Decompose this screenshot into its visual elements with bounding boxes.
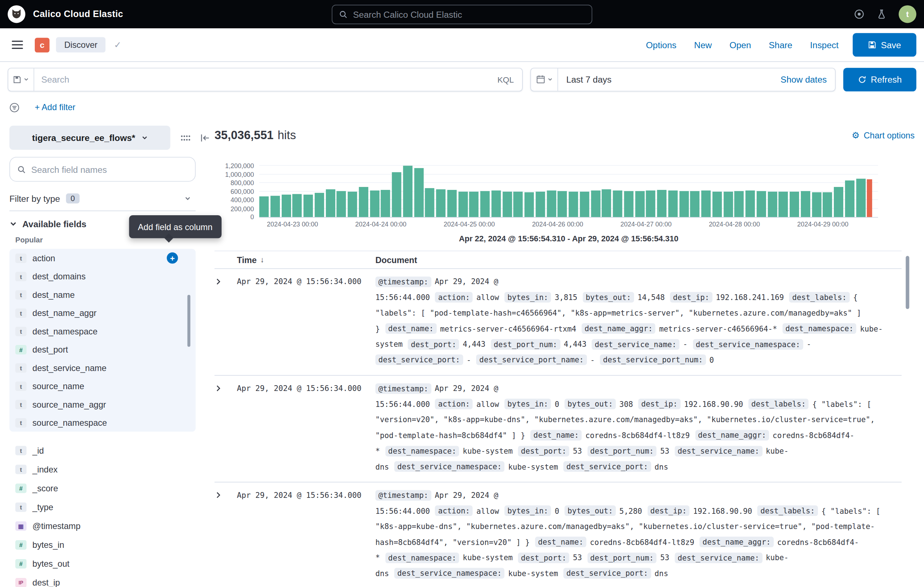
histogram-bar[interactable] — [359, 187, 368, 217]
histogram-bar-partial[interactable] — [867, 179, 872, 217]
histogram-bar[interactable] — [712, 191, 722, 217]
histogram-bar[interactable] — [569, 192, 578, 217]
histogram-bar[interactable] — [624, 191, 633, 217]
histogram-bar[interactable] — [491, 190, 501, 217]
histogram-bar[interactable] — [381, 190, 390, 217]
field-item-source_namespace[interactable]: tsource_namespace — [10, 413, 196, 432]
field-item-_score[interactable]: #_score — [10, 479, 196, 498]
histogram-bar[interactable] — [547, 190, 556, 217]
histogram-bar[interactable] — [337, 191, 346, 217]
histogram-bar[interactable] — [657, 190, 667, 217]
filter-by-type-select[interactable]: Filter by type 0 — [10, 186, 196, 211]
histogram-bar[interactable] — [790, 191, 799, 217]
save-button[interactable]: Save — [853, 33, 916, 56]
time-range-value[interactable]: Last 7 days — [566, 74, 612, 84]
calendar-button[interactable] — [531, 68, 558, 91]
field-item-dest_service_name[interactable]: tdest_service_name — [10, 359, 196, 377]
add-field-as-column-button[interactable]: + — [167, 253, 178, 264]
histogram-bar[interactable] — [525, 192, 534, 217]
saved-query-button[interactable] — [8, 68, 35, 91]
field-item-dest_name_aggr[interactable]: tdest_name_aggr — [10, 304, 196, 322]
expand-row-button[interactable] — [214, 381, 237, 475]
show-dates-button[interactable]: Show dates — [780, 74, 827, 84]
histogram-bar[interactable] — [845, 180, 854, 217]
query-language-button[interactable]: KQL — [489, 74, 522, 84]
expand-row-button[interactable] — [214, 274, 237, 368]
histogram-bar[interactable] — [767, 191, 777, 217]
histogram-bar[interactable] — [668, 190, 677, 217]
histogram-bar[interactable] — [701, 190, 711, 217]
breadcrumb-discover[interactable]: Discover — [56, 37, 106, 53]
histogram-bar[interactable] — [447, 190, 457, 217]
histogram-bar[interactable] — [690, 191, 700, 217]
field-item-dest_domains[interactable]: tdest_domains — [10, 267, 196, 285]
histogram-bar[interactable] — [348, 191, 357, 217]
histogram-bar[interactable] — [646, 190, 655, 217]
field-item-bytes_out[interactable]: #bytes_out — [10, 554, 196, 573]
inspect-link[interactable]: Inspect — [810, 40, 838, 50]
histogram-bar[interactable] — [480, 191, 490, 217]
histogram-bar[interactable] — [812, 192, 821, 217]
status-icon[interactable] — [854, 9, 864, 19]
global-search-box[interactable] — [332, 4, 592, 24]
histogram-bar[interactable] — [856, 179, 865, 217]
histogram-bar[interactable] — [414, 168, 423, 217]
histogram-bar[interactable] — [558, 191, 567, 217]
histogram-bar[interactable] — [392, 172, 401, 217]
field-search-input[interactable] — [31, 164, 188, 174]
index-pattern-select[interactable]: tigera_secure_ee_flows* — [10, 126, 170, 150]
sort-desc-icon[interactable]: ↓ — [260, 255, 264, 264]
share-link[interactable]: Share — [769, 40, 792, 50]
histogram-bar[interactable] — [834, 187, 843, 217]
calico-cat-logo[interactable] — [8, 5, 25, 23]
sidebar-scrollbar-thumb[interactable] — [188, 295, 190, 347]
histogram-bar[interactable] — [281, 195, 291, 217]
histogram-bar[interactable] — [635, 191, 645, 217]
refresh-button[interactable]: Refresh — [843, 68, 916, 91]
histogram-bar[interactable] — [425, 188, 434, 217]
field-item-source_name_aggr[interactable]: tsource_name_aggr — [10, 395, 196, 413]
field-item-action[interactable]: taction+ — [10, 249, 196, 267]
time-column-header[interactable]: Time ↓ — [237, 255, 375, 265]
field-item-dest_ip[interactable]: IPdest_ip — [10, 573, 196, 587]
grid-dots-icon[interactable] — [180, 134, 190, 142]
histogram-bar[interactable] — [723, 192, 733, 217]
space-badge[interactable]: c — [35, 37, 50, 52]
field-item-source_name[interactable]: tsource_name — [10, 377, 196, 395]
histogram-bar[interactable] — [292, 194, 302, 217]
user-avatar[interactable]: t — [899, 5, 916, 23]
lab-flask-icon[interactable] — [876, 9, 887, 19]
field-item-@timestamp[interactable]: ▦@timestamp — [10, 517, 196, 536]
field-item-_index[interactable]: t_index — [10, 460, 196, 479]
menu-icon[interactable] — [12, 41, 23, 49]
field-item-_id[interactable]: t_id — [10, 441, 196, 460]
add-filter-button[interactable]: + Add filter — [35, 103, 75, 112]
field-item-dest_namespace[interactable]: tdest_namespace — [10, 322, 196, 340]
filter-settings-icon[interactable] — [10, 102, 20, 112]
global-search-input[interactable] — [353, 9, 585, 19]
expand-row-button[interactable] — [214, 488, 237, 582]
histogram-bar[interactable] — [325, 189, 335, 217]
field-item-_type[interactable]: t_type — [10, 498, 196, 517]
histogram-bar[interactable] — [591, 190, 600, 217]
histogram-bar[interactable] — [823, 192, 832, 217]
field-item-dest_port[interactable]: #dest_port — [10, 340, 196, 358]
histogram-bar[interactable] — [536, 191, 545, 217]
new-link[interactable]: New — [694, 40, 712, 50]
histogram-bar[interactable] — [469, 192, 478, 217]
field-item-dest_name[interactable]: tdest_name — [10, 286, 196, 304]
histogram-bar[interactable] — [756, 191, 766, 217]
histogram-bar[interactable] — [734, 191, 744, 217]
field-item-bytes_in[interactable]: #bytes_in — [10, 536, 196, 554]
histogram-bar[interactable] — [304, 194, 313, 217]
histogram-bar[interactable] — [580, 191, 589, 217]
options-link[interactable]: Options — [646, 40, 676, 50]
histogram-bar[interactable] — [513, 192, 523, 217]
histogram-bar[interactable] — [259, 197, 269, 217]
collapse-sidebar-icon[interactable] — [200, 134, 210, 142]
histogram-bar[interactable] — [370, 190, 379, 217]
query-input[interactable] — [34, 74, 489, 84]
histogram-bar[interactable] — [502, 191, 512, 217]
histogram-bar[interactable] — [779, 192, 788, 217]
histogram-bar[interactable] — [436, 189, 446, 217]
